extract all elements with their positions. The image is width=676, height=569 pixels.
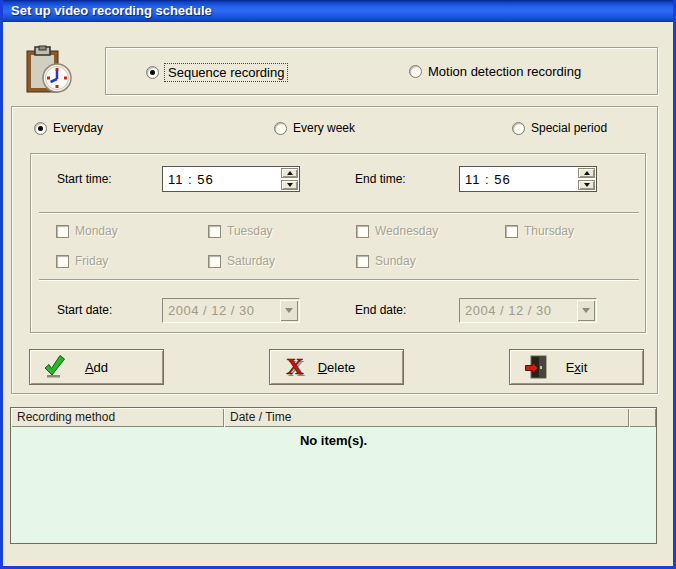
exit-button-label: Exit	[510, 360, 643, 375]
clipboard-clock-icon	[20, 45, 76, 99]
radio-motion-detection-label: Motion detection recording	[428, 64, 581, 79]
checkbox-icon	[56, 255, 69, 268]
delete-button-label: Delete	[270, 360, 403, 375]
radio-everyday[interactable]: Everyday	[34, 121, 103, 135]
end-time-input[interactable]: 11 : 56	[459, 166, 597, 192]
checkbox-thursday-label: Thursday	[524, 224, 574, 238]
radio-every-week[interactable]: Every week	[274, 121, 355, 135]
checkbox-wednesday: Wednesday	[356, 224, 438, 238]
end-time-label: End time:	[355, 172, 406, 186]
checkbox-icon	[208, 225, 221, 238]
column-header-recording-method[interactable]: Recording method	[11, 408, 224, 427]
radio-button-icon	[274, 122, 287, 135]
radio-special-period-label: Special period	[531, 121, 607, 135]
end-date-dropdown: 2004 / 12 / 30	[459, 298, 597, 323]
separator	[39, 212, 639, 214]
start-time-label: Start time:	[57, 172, 112, 186]
radio-motion-detection-recording[interactable]: Motion detection recording	[409, 64, 581, 79]
dropdown-button	[280, 300, 298, 321]
arrow-up-icon	[584, 171, 590, 175]
start-time-input[interactable]: 11 : 56	[162, 166, 300, 192]
schedule-list-body: No item(s).	[11, 427, 656, 543]
checkbox-icon	[356, 255, 369, 268]
schedule-list-header: Recording method Date / Time	[11, 408, 656, 427]
checkbox-friday: Friday	[56, 254, 108, 268]
checkbox-icon	[356, 225, 369, 238]
radio-every-week-label: Every week	[293, 121, 355, 135]
radio-sequence-recording[interactable]: Sequence recording	[146, 64, 287, 81]
exit-button[interactable]: Exit	[509, 349, 644, 385]
arrow-up-icon	[287, 171, 293, 175]
end-time-spinner	[578, 168, 595, 190]
checkbox-icon	[208, 255, 221, 268]
start-time-value: 11 : 56	[163, 172, 281, 187]
start-date-dropdown: 2004 / 12 / 30	[162, 298, 300, 323]
end-date-label: End date:	[355, 303, 406, 317]
checkbox-monday-label: Monday	[75, 224, 118, 238]
radio-button-icon	[146, 66, 159, 79]
time-settings-group: Start time: 11 : 56 End time: 11 : 56	[30, 153, 646, 333]
end-time-value: 11 : 56	[460, 172, 578, 187]
checkbox-sunday-label: Sunday	[375, 254, 416, 268]
spin-up-button[interactable]	[281, 168, 298, 178]
checkbox-monday: Monday	[56, 224, 118, 238]
spin-up-button[interactable]	[578, 168, 595, 178]
arrow-down-icon	[584, 183, 590, 187]
end-date-value: 2004 / 12 / 30	[460, 303, 577, 318]
delete-button[interactable]: X X Delete	[269, 349, 404, 385]
spin-down-button[interactable]	[578, 180, 595, 190]
arrow-down-icon	[287, 183, 293, 187]
empty-list-message: No item(s).	[11, 433, 656, 448]
dropdown-button	[577, 300, 595, 321]
checkbox-saturday: Saturday	[208, 254, 275, 268]
start-date-value: 2004 / 12 / 30	[163, 303, 280, 318]
schedule-settings-group: Everyday Every week Special period Start…	[11, 106, 658, 394]
radio-button-icon	[409, 65, 422, 78]
checkbox-icon	[56, 225, 69, 238]
column-header-empty[interactable]	[629, 408, 656, 427]
add-button-label: Add	[30, 360, 163, 375]
radio-special-period[interactable]: Special period	[512, 121, 607, 135]
schedule-list: Recording method Date / Time No item(s).	[10, 407, 657, 544]
checkbox-thursday: Thursday	[505, 224, 574, 238]
add-button[interactable]: Add	[29, 349, 164, 385]
window-title: Set up video recording schedule	[11, 3, 212, 18]
radio-button-icon	[512, 122, 525, 135]
checkbox-tuesday-label: Tuesday	[227, 224, 273, 238]
start-time-spinner	[281, 168, 298, 190]
column-header-date-time[interactable]: Date / Time	[224, 408, 629, 427]
start-date-label: Start date:	[57, 303, 112, 317]
spin-down-button[interactable]	[281, 180, 298, 190]
checkbox-saturday-label: Saturday	[227, 254, 275, 268]
dropdown-arrow-icon	[285, 308, 293, 313]
recording-mode-group: Sequence recording Motion detection reco…	[105, 47, 658, 95]
radio-button-icon	[34, 122, 47, 135]
schedule-dialog-window: Set up video recording schedule Sequence…	[0, 0, 676, 569]
radio-everyday-label: Everyday	[53, 121, 103, 135]
radio-sequence-recording-label: Sequence recording	[165, 64, 287, 81]
separator	[39, 279, 639, 281]
titlebar[interactable]: Set up video recording schedule	[3, 0, 673, 22]
checkbox-friday-label: Friday	[75, 254, 108, 268]
dropdown-arrow-icon	[582, 308, 590, 313]
checkbox-sunday: Sunday	[356, 254, 416, 268]
checkbox-wednesday-label: Wednesday	[375, 224, 438, 238]
checkbox-tuesday: Tuesday	[208, 224, 273, 238]
checkbox-icon	[505, 225, 518, 238]
